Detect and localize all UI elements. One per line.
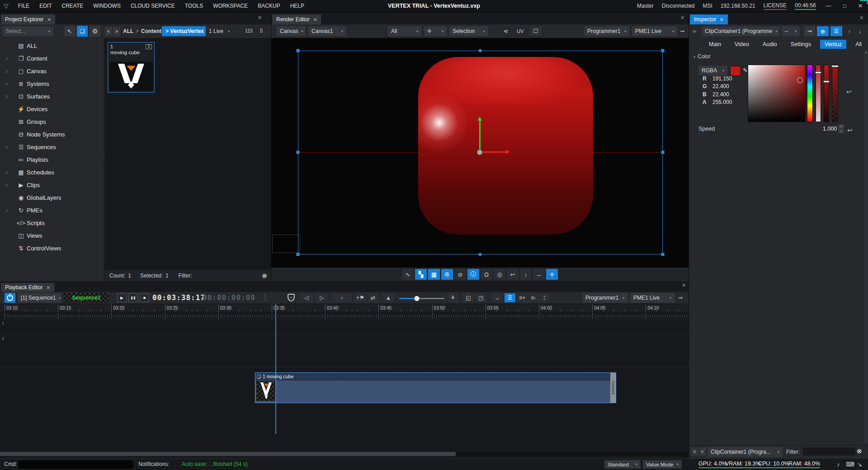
tree-item-views[interactable]: ◫Views <box>0 229 104 242</box>
inspector-tab-ventuz[interactable]: Ventuz <box>820 40 846 49</box>
info-icon[interactable]: ⓘ <box>467 269 479 280</box>
pixel-stats-icon[interactable]: ▚ <box>415 269 427 280</box>
menu-cloud-service[interactable]: CLOUD SERVICE <box>126 3 180 9</box>
marker-add-icon[interactable]: +⚑ <box>354 293 366 302</box>
saturation-bar[interactable] <box>816 65 821 122</box>
sequence-chip[interactable]: Sequence1 <box>64 293 109 303</box>
menu-tools[interactable]: TOOLS <box>180 3 208 9</box>
breadcrumb-parent[interactable]: Content <box>141 28 161 34</box>
gizmo-y-axis[interactable] <box>479 118 481 151</box>
reset-view-icon[interactable]: ↩ <box>507 269 519 280</box>
inspected-object-dropdown[interactable]: ClipContainer1 (Programme <box>702 26 779 36</box>
inspector-tab-video[interactable]: Video <box>730 40 754 49</box>
expand-icon[interactable]: ▷ <box>0 94 15 99</box>
scroll-up-button[interactable]: ↑ <box>845 26 854 36</box>
magnet-icon[interactable]: Ω <box>481 269 492 280</box>
content-card-moving-cube[interactable]: 1 ↧ moving cube <box>108 42 155 93</box>
expand-clips-icon[interactable]: ↔ <box>492 293 503 302</box>
resize-icon[interactable]: ↘ <box>857 461 862 468</box>
value-mode-dropdown[interactable]: Value Mode <box>643 460 682 469</box>
timeline-ruler[interactable]: 03:1003:1503:2003:2503:3003:3503:4003:45… <box>0 304 689 312</box>
pme-dropdown[interactable]: PME1 Live <box>630 293 675 303</box>
expand-icon[interactable]: ▷ <box>0 82 15 86</box>
tab-inspector[interactable]: Inspector ✕ <box>690 14 728 24</box>
transform-tool-dropdown[interactable]: ✛ <box>424 26 447 36</box>
value-bar[interactable] <box>824 65 829 122</box>
panel-close-icon[interactable]: ✕ <box>859 15 863 21</box>
tree-item-devices[interactable]: ⚡Devices <box>0 103 104 115</box>
expand-icon[interactable]: ▷ <box>0 170 15 174</box>
channel-value[interactable]: 255.000 <box>712 99 732 105</box>
channel-value[interactable]: 22.400 <box>712 83 729 89</box>
selection-handle[interactable] <box>661 49 665 52</box>
stop-button[interactable]: ■ <box>140 293 149 302</box>
pause-button[interactable]: ❚❚ <box>128 293 138 302</box>
color-mode-dropdown[interactable]: RGBA <box>698 66 727 75</box>
reset-speed-icon[interactable]: ↩ <box>847 127 853 134</box>
breadcrumb-root[interactable]: ALL <box>123 28 133 34</box>
expand-icon[interactable]: ▷ <box>0 69 15 73</box>
tree-item-scripts[interactable]: </>Scripts <box>0 216 104 229</box>
tab-close-icon[interactable]: ✕ <box>720 17 723 22</box>
expand-icon[interactable]: ▷ <box>0 56 15 61</box>
saturation-handle[interactable] <box>815 71 821 74</box>
inspector-tab-all[interactable]: All <box>851 40 866 49</box>
value-handle[interactable] <box>823 80 830 83</box>
inspector-tab-settings[interactable]: Settings <box>786 40 816 49</box>
menu-create[interactable]: CREATE <box>57 3 88 9</box>
tree-item-sequences[interactable]: ▷☰Sequences <box>0 141 104 153</box>
tab-render-editor[interactable]: Render Editor ✕ <box>272 14 321 24</box>
tab-project-explorer[interactable]: Project Explorer ✕ <box>1 14 55 24</box>
alpha-bar[interactable] <box>832 65 838 122</box>
keypad-icon[interactable]: ⌨ <box>846 461 854 468</box>
reset-color-icon[interactable]: ↩ <box>846 88 852 95</box>
marker-select-dropdown[interactable] <box>332 293 352 302</box>
canvas-mode-dropdown[interactable]: Canvas <box>277 26 306 36</box>
timeline-ruler-fine[interactable] <box>0 312 689 318</box>
grid-view-button[interactable]: ⠿ <box>256 26 267 36</box>
footer-filter-input[interactable] <box>803 447 855 456</box>
track-add-icon[interactable]: ≡+ <box>517 293 528 302</box>
tree-item-all[interactable]: ▤ALL <box>0 39 104 52</box>
playhead[interactable] <box>275 304 276 434</box>
tree-item-pmes[interactable]: ▷↻PMEs <box>0 204 104 216</box>
render-viewport[interactable] <box>271 38 689 268</box>
menu-file[interactable]: FILE <box>13 3 34 9</box>
selection-handle[interactable] <box>297 253 300 256</box>
camera-icon[interactable]: ✇ <box>441 269 453 280</box>
inspector-tab-main[interactable]: Main <box>704 40 726 49</box>
volume-icon[interactable]: ♪ <box>837 461 840 468</box>
history-forward-button[interactable]: > <box>699 447 706 456</box>
snapshot-icon[interactable]: ◎ <box>494 269 505 280</box>
history-back-button[interactable]: < <box>691 447 698 456</box>
pme-dropdown[interactable]: PME1 Live <box>632 26 677 36</box>
sv-cursor[interactable] <box>797 77 803 83</box>
shield-add-icon[interactable]: + <box>288 294 295 301</box>
inspector-scrollbar[interactable]: ▲ <box>864 51 868 444</box>
nav-forward-button[interactable]: > <box>113 27 120 36</box>
gizmo-x-axis[interactable] <box>482 151 508 153</box>
safe-frame-button[interactable]: ☐ <box>530 27 542 36</box>
track-remove-icon[interactable]: ≡- <box>528 293 539 302</box>
alpha-handle[interactable] <box>831 65 839 67</box>
expand-icon[interactable]: ▷ <box>0 145 15 149</box>
clip-header[interactable]: ❏ 1 moving cube <box>255 373 616 381</box>
programmer-dropdown[interactable]: Programmer1 <box>582 293 627 303</box>
settings-button[interactable]: ⚙ <box>90 26 100 37</box>
tree-item-canvas[interactable]: ▷▢Canvas <box>0 65 104 77</box>
layer-filter-dropdown[interactable]: All <box>388 26 421 36</box>
tree-item-schedules[interactable]: ▷▦Schedules <box>0 166 104 179</box>
expand-icon[interactable]: ▷ <box>0 208 15 212</box>
inspector-tab-audio[interactable]: Audio <box>758 40 782 49</box>
speed-value[interactable]: 1.000 <box>823 126 837 132</box>
scrollbar-handle[interactable] <box>0 452 456 456</box>
tree-item-clips[interactable]: ▷▶Clips <box>0 179 104 191</box>
flower-icon[interactable]: ⚘ <box>448 293 458 302</box>
preset-dropdown[interactable]: – <box>782 26 800 36</box>
license-button[interactable]: LICENSE <box>764 2 787 10</box>
pin-icon[interactable]: ⊸ <box>678 295 683 301</box>
numeric-view-button[interactable]: 123 <box>245 28 253 33</box>
marker-next-icon[interactable]: ▷ <box>316 293 328 302</box>
menu-edit[interactable]: EDIT <box>34 3 57 9</box>
scroll-down-button[interactable]: ↓ <box>855 26 864 36</box>
